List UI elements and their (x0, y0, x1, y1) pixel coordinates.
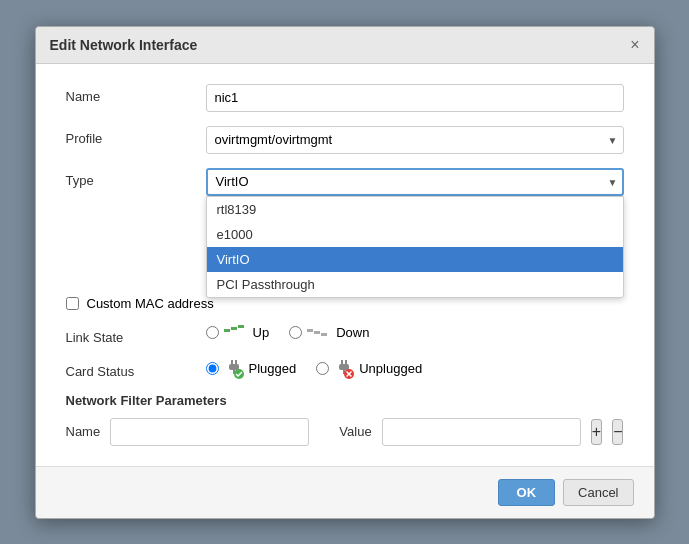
svg-rect-8 (229, 364, 239, 370)
remove-button[interactable]: − (612, 419, 623, 445)
type-control: VirtIO ▼ rtl8139 e1000 VirtIO PCI Passth… (206, 168, 624, 196)
link-state-up-radio[interactable] (206, 326, 219, 339)
modal-footer: OK Cancel (36, 466, 654, 518)
modal-header: Edit Network Interface × (36, 27, 654, 64)
name-input[interactable] (206, 84, 624, 112)
type-option-rtl8139[interactable]: rtl8139 (207, 197, 623, 222)
svg-rect-4 (314, 331, 320, 334)
type-select-wrapper: VirtIO ▼ rtl8139 e1000 VirtIO PCI Passth… (206, 168, 624, 196)
link-state-up-item: Up (206, 325, 270, 341)
plugged-item: Plugged (206, 359, 297, 379)
link-state-row: Link State Up (66, 325, 624, 345)
unplugged-radio[interactable] (316, 362, 329, 375)
link-state-up-label: Up (253, 325, 270, 340)
unplugged-icon (334, 359, 354, 379)
param-name-label: Name (66, 424, 101, 439)
link-state-down-label: Down (336, 325, 369, 340)
custom-mac-row: Custom MAC address (66, 296, 624, 311)
plugged-icon (224, 359, 244, 379)
type-option-virtio[interactable]: VirtIO (207, 247, 623, 272)
profile-select-wrapper: ovirtmgmt/ovirtmgmt ▼ (206, 126, 624, 154)
modal-body: Name Profile ovirtmgmt/ovirtmgmt ▼ Type (36, 64, 654, 466)
edit-network-interface-modal: Edit Network Interface × Name Profile ov… (35, 26, 655, 519)
unplugged-item: Unplugged (316, 359, 422, 379)
custom-mac-checkbox[interactable] (66, 297, 79, 310)
svg-rect-1 (231, 327, 237, 330)
custom-mac-label: Custom MAC address (87, 296, 214, 311)
svg-rect-0 (224, 329, 230, 332)
ok-button[interactable]: OK (498, 479, 556, 506)
card-status-row: Card Status (66, 359, 624, 379)
network-filter-title: Network Filter Parameters (66, 393, 624, 408)
svg-rect-13 (339, 364, 349, 370)
plugged-radio[interactable] (206, 362, 219, 375)
type-option-pci[interactable]: PCI Passthrough (207, 272, 623, 297)
type-arrow-icon: ▼ (608, 176, 618, 187)
name-label: Name (66, 84, 206, 104)
param-value-input[interactable] (382, 418, 581, 446)
unplugged-label: Unplugged (359, 361, 422, 376)
plugged-label: Plugged (249, 361, 297, 376)
close-button[interactable]: × (630, 37, 639, 53)
type-row: Type VirtIO ▼ rtl8139 e1000 VirtIO PCI P… (66, 168, 624, 196)
profile-label: Profile (66, 126, 206, 146)
link-state-label: Link State (66, 325, 206, 345)
svg-rect-2 (238, 325, 244, 328)
type-dropdown-menu: rtl8139 e1000 VirtIO PCI Passthrough (206, 196, 624, 298)
type-label: Type (66, 168, 206, 188)
link-up-icon (224, 325, 248, 341)
link-state-radios: Up Down (206, 325, 624, 341)
card-status-radios: Plugged (206, 359, 624, 379)
svg-rect-3 (307, 329, 313, 332)
profile-arrow-icon: ▼ (608, 134, 618, 145)
svg-rect-5 (321, 333, 327, 336)
profile-row: Profile ovirtmgmt/ovirtmgmt ▼ (66, 126, 624, 154)
name-control (206, 84, 624, 112)
link-state-down-item: Down (289, 325, 369, 341)
name-row: Name (66, 84, 624, 112)
link-down-icon (307, 325, 331, 341)
profile-select[interactable]: ovirtmgmt/ovirtmgmt (206, 126, 624, 154)
type-option-e1000[interactable]: e1000 (207, 222, 623, 247)
param-name-input[interactable] (110, 418, 309, 446)
link-state-control: Up Down (206, 325, 624, 341)
profile-value: ovirtmgmt/ovirtmgmt (215, 132, 333, 147)
card-status-label: Card Status (66, 359, 206, 379)
param-value-label: Value (339, 424, 371, 439)
add-button[interactable]: + (591, 419, 602, 445)
filter-params-row: Name Value + − (66, 418, 624, 446)
card-status-control: Plugged (206, 359, 624, 379)
type-select[interactable]: VirtIO (206, 168, 624, 196)
cancel-button[interactable]: Cancel (563, 479, 633, 506)
modal-title: Edit Network Interface (50, 37, 198, 53)
link-state-down-radio[interactable] (289, 326, 302, 339)
network-filter-section: Network Filter Parameters Name Value + − (66, 393, 624, 446)
profile-control: ovirtmgmt/ovirtmgmt ▼ (206, 126, 624, 154)
type-value: VirtIO (216, 174, 249, 189)
